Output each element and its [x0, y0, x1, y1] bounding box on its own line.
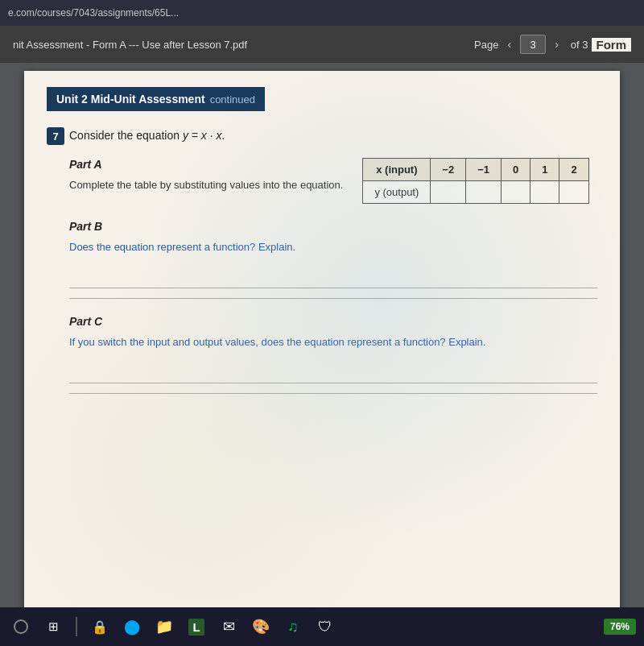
x-input-header: x (input): [363, 159, 431, 181]
pdf-title: nit Assessment - Form A --- Use after Le…: [13, 39, 474, 51]
part-b-label: Part B: [69, 220, 597, 233]
mail-icon[interactable]: ✉: [216, 614, 242, 640]
l-symbol: L: [188, 619, 204, 636]
col-1-header: 1: [530, 159, 559, 181]
unit-header-banner: Unit 2 Mid-Unit Assessment continued: [47, 87, 265, 111]
part-a-section: Part A Complete the table by substitutin…: [69, 158, 597, 204]
part-a-left: Part A Complete the table by substitutin…: [69, 158, 343, 194]
windows-start-icon[interactable]: [8, 614, 34, 640]
folder-symbol: 📁: [155, 618, 173, 636]
col-0-header: 0: [501, 159, 530, 181]
edge-browser-icon[interactable]: ⬤: [119, 614, 145, 640]
unit-header-text: Unit 2 Mid-Unit Assessment: [56, 93, 205, 106]
pdf-viewer: nit Assessment - Form A --- Use after Le…: [0, 26, 644, 646]
edge-symbol: ⬤: [124, 618, 140, 636]
pdf-toolbar: nit Assessment - Form A --- Use after Le…: [0, 26, 644, 63]
y-neg1-cell[interactable]: [466, 181, 502, 204]
part-c-label: Part C: [69, 315, 597, 328]
part-c-question: If you switch the input and output value…: [69, 334, 597, 351]
part-b-section: Part B Does the equation represent a fun…: [69, 220, 597, 299]
y-output-row: y (output): [363, 181, 588, 204]
form-label-text: Form: [597, 38, 627, 52]
file-explorer-icon[interactable]: 📁: [151, 614, 177, 640]
app-l-icon[interactable]: L: [184, 614, 209, 640]
colorful-app-icon[interactable]: 🎨: [248, 614, 274, 640]
task-view-symbol: ⊞: [48, 619, 59, 634]
battery-indicator: 76%: [604, 619, 636, 635]
continued-label: continued: [210, 93, 255, 106]
browser-bar: e.com/courses/7043/assignments/65L...: [0, 0, 644, 26]
y-output-label: y (output): [363, 181, 431, 204]
answer-line-3: [69, 383, 597, 383]
current-page-display: 3: [520, 35, 546, 54]
answer-line-2: [69, 298, 597, 299]
next-page-button[interactable]: ›: [551, 37, 563, 52]
part-a-label: Part A: [69, 158, 343, 171]
circle-icon: [14, 619, 28, 634]
col-2-header: 2: [559, 159, 588, 181]
lock-icon[interactable]: 🔒: [87, 614, 113, 640]
col-neg2-header: −2: [431, 159, 466, 181]
parts-container: Part A Complete the table by substitutin…: [69, 158, 597, 394]
col-neg1-header: −1: [466, 159, 502, 181]
question-text: Consider the equation y = x · x.: [69, 127, 225, 144]
page-controls: Page ‹ 3 › of 3: [474, 35, 588, 54]
form-corner-label: Form: [592, 38, 632, 52]
answer-line-1: [69, 288, 597, 288]
prev-page-button[interactable]: ‹: [503, 37, 515, 52]
taskbar: ⊞ 🔒 ⬤ 📁 L ✉ 🎨 ♫ 🛡 76%: [0, 607, 644, 646]
page-label: Page: [474, 39, 498, 51]
y-1-cell[interactable]: [530, 181, 559, 204]
toolbar-right: Page ‹ 3 › of 3 Form: [474, 35, 631, 54]
browser-url: e.com/courses/7043/assignments/65L...: [8, 7, 179, 19]
total-pages: of 3: [571, 39, 588, 51]
lock-symbol: 🔒: [92, 619, 108, 635]
shield-symbol: 🛡: [318, 619, 332, 636]
y-neg2-cell[interactable]: [431, 181, 466, 204]
spotify-icon[interactable]: ♫: [280, 614, 306, 640]
part-a-table-container: x (input) −2 −1 0 1 2 y (output): [362, 158, 588, 204]
colorful-symbol: 🎨: [252, 618, 270, 636]
task-view-icon[interactable]: ⊞: [40, 614, 66, 640]
y-2-cell[interactable]: [559, 181, 588, 204]
pdf-page: Unit 2 Mid-Unit Assessment continued 7 C…: [24, 71, 620, 635]
question-7-row: 7 Consider the equation y = x · x.: [47, 127, 597, 145]
equation-text: y = x · x: [183, 129, 222, 142]
spotify-symbol: ♫: [287, 619, 299, 636]
part-b-question: Does the equation represent a function? …: [69, 239, 597, 255]
part-a-instruction: Complete the table by substituting value…: [69, 177, 343, 194]
table-header-row: x (input) −2 −1 0 1 2: [363, 159, 588, 181]
y-0-cell[interactable]: [501, 181, 530, 204]
answer-line-4: [69, 393, 597, 394]
input-output-table: x (input) −2 −1 0 1 2 y (output): [362, 158, 588, 204]
mail-symbol: ✉: [223, 618, 235, 636]
part-c-section: Part C If you switch the input and outpu…: [69, 315, 597, 395]
taskbar-separator: [76, 617, 77, 636]
antivirus-icon[interactable]: 🛡: [312, 614, 338, 640]
question-number-badge: 7: [47, 127, 64, 145]
